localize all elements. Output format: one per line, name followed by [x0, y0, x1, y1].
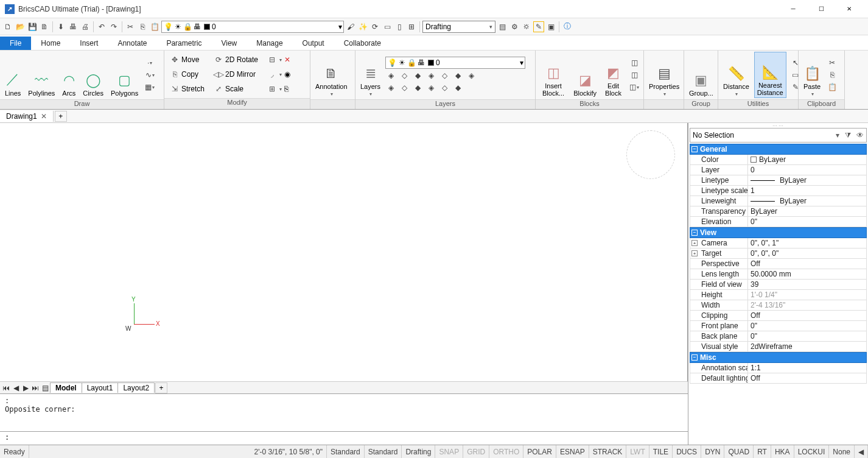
filter-icon[interactable]: ⧩ [842, 131, 854, 139]
properties-button[interactable]: ▤Properties▾ [646, 52, 682, 98]
prop-row[interactable]: LinetypeByLayer [690, 175, 867, 186]
tab-file[interactable]: File [0, 37, 31, 50]
eye-icon[interactable]: 👁 [854, 131, 866, 139]
status-toggle-ducs[interactable]: DUCS [673, 445, 701, 458]
hatch-icon[interactable]: ▦▾ [144, 82, 155, 93]
layout-1[interactable]: Layout1 [82, 382, 119, 393]
plot-preview-icon[interactable]: 🖨 [80, 21, 91, 32]
paste-button[interactable]: 📋Paste▾ [801, 52, 823, 98]
prop-row[interactable]: Field of view39 [690, 280, 867, 290]
select2-icon[interactable]: ▯ [394, 21, 405, 32]
minimize-button[interactable]: ─ [779, 0, 807, 18]
prop-row[interactable]: Front plane0" [690, 321, 867, 331]
array-button[interactable]: ⊞▾ ⎘ [265, 82, 293, 96]
prop-row[interactable]: Layer0 [690, 165, 867, 175]
quick-layer-combo[interactable]: 💡 ☀ 🔒 🖶 0 ▾ [161, 21, 344, 33]
command-history[interactable]: : Opposite corner: [0, 393, 688, 431]
prop-row[interactable]: Visual style2dWireframe [690, 342, 867, 352]
prop-row[interactable]: Back plane0" [690, 331, 867, 342]
prop-row[interactable]: +Target0", 0", 0" [690, 248, 867, 259]
select-icon[interactable]: ▭ [382, 21, 393, 32]
lines-button[interactable]: ／Lines [2, 52, 23, 98]
prop-row[interactable]: Height1'-0 1/4" [690, 290, 867, 300]
copy2-icon[interactable]: ⎘ [827, 69, 838, 80]
prop-group-view[interactable]: −View [690, 227, 867, 238]
arcs-button[interactable]: ◠Arcs [60, 52, 78, 98]
status-toggle-dyn[interactable]: DYN [701, 445, 724, 458]
ribbon-layer-combo[interactable]: 💡☀🔒🖶 0▾ [385, 57, 525, 69]
status-toggle-hka[interactable]: HKA [771, 445, 794, 458]
drawing-tab-active[interactable]: Drawing1✕ [0, 111, 54, 122]
distance-button[interactable]: 📏Distance▾ [721, 52, 752, 98]
prop-group-general[interactable]: −General [690, 144, 867, 155]
status-ws[interactable]: Drafting [402, 445, 435, 458]
prop-row[interactable]: Elevation0" [690, 217, 867, 227]
save-icon[interactable]: 💾 [27, 21, 38, 32]
tab-output[interactable]: Output [293, 37, 334, 50]
drawing-canvas[interactable]: WYX [0, 123, 688, 381]
fillet-button[interactable]: ◞▾ ◉ [265, 68, 293, 81]
new-icon[interactable]: 🗋 [2, 21, 13, 32]
layout-last-icon[interactable]: ⏭ [30, 384, 40, 392]
layout-next-icon[interactable]: ▶ [21, 384, 30, 392]
group-button[interactable]: ▣Group... [687, 52, 716, 98]
layout-first-icon[interactable]: ⏮ [1, 384, 11, 392]
import-icon[interactable]: ⬇ [55, 21, 66, 32]
view-compass-icon[interactable] [626, 130, 675, 179]
workspace-combo[interactable]: Drafting ▾ [422, 21, 495, 33]
layeriso-icon[interactable]: ◈ [385, 70, 396, 81]
regen-icon[interactable]: ⟳ [369, 21, 380, 32]
point-icon[interactable]: ·▾ [144, 57, 155, 68]
status-toggle-tile[interactable]: TILE [649, 445, 673, 458]
status-std2[interactable]: Standard [365, 445, 402, 458]
close-tab-icon[interactable]: ✕ [41, 112, 47, 121]
redo-icon[interactable]: ↷ [108, 21, 119, 32]
paste-clip-icon[interactable]: 📋 [149, 21, 160, 32]
undo-icon[interactable]: ↶ [96, 21, 107, 32]
status-toggle-lockui[interactable]: LOCKUI [794, 445, 830, 458]
copy-clip-icon[interactable]: ⎘ [137, 21, 148, 32]
tab-insert[interactable]: Insert [70, 37, 108, 50]
copy-button[interactable]: ⎘Copy [168, 68, 207, 81]
status-toggle-strack[interactable]: STRACK [589, 445, 627, 458]
cut2-icon[interactable]: ✂ [827, 57, 838, 68]
layout-model[interactable]: Model [50, 382, 82, 393]
status-toggle-grid[interactable]: GRID [463, 445, 489, 458]
status-toggle-ortho[interactable]: ORTHO [489, 445, 523, 458]
grid-icon[interactable]: ⊞ [406, 21, 417, 32]
selection-combo[interactable]: No Selection [690, 130, 833, 141]
stretch-button[interactable]: ⇲Stretch [168, 82, 207, 96]
status-toggle-rt[interactable]: RT [754, 445, 771, 458]
tab-manage[interactable]: Manage [247, 37, 292, 50]
cut-icon[interactable]: ✂ [125, 21, 136, 32]
move-button[interactable]: ✥Move [168, 53, 207, 66]
print-icon[interactable]: 🖶 [68, 21, 79, 32]
open-icon[interactable]: 📂 [15, 21, 26, 32]
prop-group-misc[interactable]: −Misc [690, 352, 867, 363]
close-button[interactable]: ✕ [835, 0, 863, 18]
layout-add-button[interactable]: + [155, 382, 167, 393]
polylines-button[interactable]: 〰Polylines [26, 52, 57, 98]
prop-row[interactable]: Width2'-4 13/16" [690, 300, 867, 311]
status-toggle-quad[interactable]: QUAD [724, 445, 754, 458]
edit-block-button[interactable]: ◩Edit Block [601, 52, 625, 98]
edit-icon[interactable]: ✎ [533, 21, 544, 32]
tab-view[interactable]: View [211, 37, 247, 50]
prop-row[interactable]: ColorByLayer [690, 155, 867, 165]
gear-icon[interactable]: ⛭ [521, 21, 532, 32]
spline-icon[interactable]: ∿▾ [144, 69, 155, 80]
status-toggle-esnap[interactable]: ESNAP [556, 445, 589, 458]
mirror-button[interactable]: ◁▷2D Mirror [212, 68, 261, 81]
tab-collaborate[interactable]: Collaborate [334, 37, 391, 50]
layout-list-icon[interactable]: ▤ [40, 384, 50, 392]
prop-row[interactable]: +Camera0", 0", 1" [690, 238, 867, 248]
status-toggle-lwt[interactable]: LWT [626, 445, 649, 458]
status-std1[interactable]: Standard [327, 445, 365, 458]
tab-annotate[interactable]: Annotate [108, 37, 156, 50]
status-toggle-polar[interactable]: POLAR [523, 445, 556, 458]
command-line[interactable]: : [0, 431, 688, 445]
nearest-distance-button[interactable]: 📐Nearest Distance [754, 52, 786, 98]
prop-row[interactable]: LineweightByLayer [690, 196, 867, 206]
tab-home[interactable]: Home [31, 37, 70, 50]
ext-icon[interactable]: ▣ [545, 21, 556, 32]
